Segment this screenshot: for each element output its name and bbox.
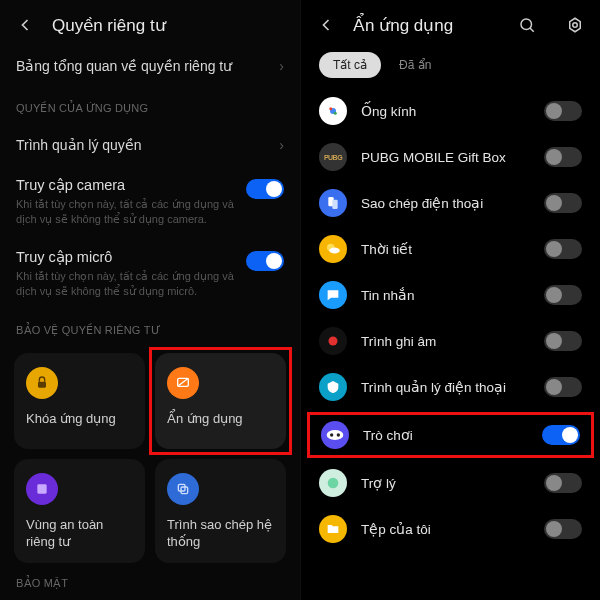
- page-title: Ẩn ứng dụng: [353, 15, 453, 36]
- chevron-right-icon: ›: [279, 137, 284, 153]
- mgr-icon: [319, 373, 347, 401]
- svg-point-10: [329, 107, 332, 110]
- svg-point-18: [330, 433, 333, 436]
- app-row: PUBGPUBG MOBILE Gift Box: [305, 134, 596, 180]
- tile-app-lock-label: Khóa ứng dụng: [26, 411, 133, 428]
- app-row: Tệp của tôi: [305, 506, 596, 552]
- app-hide-toggle[interactable]: [544, 193, 582, 213]
- app-hide-toggle[interactable]: [544, 239, 582, 259]
- app-row: Tin nhắn: [305, 272, 596, 318]
- privacy-overview-link[interactable]: Bảng tổng quan về quyền riêng tư ›: [0, 44, 300, 88]
- svg-point-11: [334, 112, 337, 115]
- micro-access-row: Truy cập micrô Khi tắt tùy chọn này, tất…: [0, 239, 300, 311]
- tile-hide-apps[interactable]: Ẩn ứng dụng: [155, 353, 286, 449]
- vault-icon: [26, 473, 58, 505]
- svg-point-15: [329, 248, 340, 254]
- app-row: Trợ lý: [305, 460, 596, 506]
- tab-hidden[interactable]: Đã ẩn: [393, 52, 437, 78]
- lens-icon: [319, 97, 347, 125]
- copy-icon: [167, 473, 199, 505]
- camera-access-row: Truy cập camera Khi tắt tùy chọn này, tấ…: [0, 167, 300, 239]
- svg-point-16: [329, 337, 338, 346]
- svg-point-5: [521, 19, 532, 30]
- tile-hide-apps-label: Ẩn ứng dụng: [167, 411, 274, 428]
- svg-marker-6: [570, 18, 581, 32]
- page-title: Quyền riêng tư: [52, 15, 166, 36]
- privacy-settings-pane: Quyền riêng tư Bảng tổng quan về quyền r…: [0, 0, 300, 600]
- filter-tabs: Tất cả Đã ẩn: [301, 44, 600, 88]
- left-header: Quyền riêng tư: [0, 0, 300, 44]
- app-hide-toggle[interactable]: [544, 285, 582, 305]
- svg-rect-2: [37, 485, 46, 494]
- section-privacy-protection: BẢO VỆ QUYỀN RIÊNG TƯ: [0, 310, 300, 345]
- svg-rect-0: [38, 382, 46, 388]
- permission-manager-label: Trình quản lý quyền: [16, 137, 142, 153]
- section-security: BẢO MẬT: [0, 563, 300, 598]
- micro-access-toggle[interactable]: [246, 251, 284, 271]
- app-hide-toggle[interactable]: [544, 331, 582, 351]
- settings-icon[interactable]: [564, 14, 586, 36]
- camera-access-title: Truy cập camera: [16, 177, 236, 193]
- clone-icon: [319, 189, 347, 217]
- tab-all[interactable]: Tất cả: [319, 52, 381, 78]
- tile-system-clone-label: Trình sao chép hệ thống: [167, 517, 274, 551]
- game-icon: [321, 421, 349, 449]
- pubg-icon: PUBG: [319, 143, 347, 171]
- app-name-label: Thời tiết: [361, 241, 530, 257]
- tile-system-clone[interactable]: Trình sao chép hệ thống: [155, 459, 286, 563]
- app-name-label: Trình ghi âm: [361, 334, 530, 349]
- svg-point-19: [337, 433, 340, 436]
- app-row: Trò chơi: [307, 412, 594, 458]
- svg-point-17: [327, 430, 344, 440]
- app-hide-toggle[interactable]: [544, 147, 582, 167]
- app-row: Sao chép điện thoại: [305, 180, 596, 226]
- hide-icon: [167, 367, 199, 399]
- lock-icon: [26, 367, 58, 399]
- app-row: Ống kính: [305, 88, 596, 134]
- app-name-label: Sao chép điện thoại: [361, 195, 530, 211]
- camera-access-toggle[interactable]: [246, 179, 284, 199]
- app-name-label: Trợ lý: [361, 475, 530, 491]
- app-name-label: Trò chơi: [363, 427, 528, 443]
- app-name-label: PUBG MOBILE Gift Box: [361, 150, 530, 165]
- search-icon[interactable]: [516, 14, 538, 36]
- weather-icon: [319, 235, 347, 263]
- micro-access-title: Truy cập micrô: [16, 249, 236, 265]
- micro-access-sub: Khi tắt tùy chọn này, tất cả các ứng dụn…: [16, 269, 236, 299]
- app-row: Thời tiết: [305, 226, 596, 272]
- privacy-overview-label: Bảng tổng quan về quyền riêng tư: [16, 58, 232, 74]
- svg-rect-1: [178, 379, 189, 387]
- tile-private-safe-label: Vùng an toàn riêng tư: [26, 517, 133, 551]
- app-hide-toggle[interactable]: [544, 519, 582, 539]
- svg-point-20: [328, 478, 339, 489]
- tile-app-lock[interactable]: Khóa ứng dụng: [14, 353, 145, 449]
- rec-icon: [319, 327, 347, 355]
- app-hide-toggle[interactable]: [544, 101, 582, 121]
- back-icon[interactable]: [14, 14, 36, 36]
- right-header: Ẩn ứng dụng: [301, 0, 600, 44]
- app-list: Ống kínhPUBGPUBG MOBILE Gift BoxSao chép…: [301, 88, 600, 552]
- camera-access-sub: Khi tắt tùy chọn này, tất cả các ứng dụn…: [16, 197, 236, 227]
- assist-icon: [319, 469, 347, 497]
- section-app-permissions: QUYỀN CỦA ỨNG DỤNG: [0, 88, 300, 123]
- app-hide-toggle[interactable]: [542, 425, 580, 445]
- permission-manager-link[interactable]: Trình quản lý quyền ›: [0, 123, 300, 167]
- svg-rect-13: [332, 200, 337, 209]
- app-row: Trình ghi âm: [305, 318, 596, 364]
- back-icon[interactable]: [315, 14, 337, 36]
- app-hide-toggle[interactable]: [544, 473, 582, 493]
- hide-apps-pane: Ẩn ứng dụng Tất cả Đã ẩn Ống kínhPUBGPUB…: [300, 0, 600, 600]
- app-hide-toggle[interactable]: [544, 377, 582, 397]
- msg-icon: [319, 281, 347, 309]
- tile-private-safe[interactable]: Vùng an toàn riêng tư: [14, 459, 145, 563]
- svg-point-7: [573, 23, 578, 28]
- app-name-label: Ống kính: [361, 103, 530, 119]
- app-name-label: Tin nhắn: [361, 287, 530, 303]
- files-icon: [319, 515, 347, 543]
- app-name-label: Tệp của tôi: [361, 521, 530, 537]
- app-name-label: Trình quản lý điện thoại: [361, 379, 530, 395]
- app-row: Trình quản lý điện thoại: [305, 364, 596, 410]
- chevron-right-icon: ›: [279, 58, 284, 74]
